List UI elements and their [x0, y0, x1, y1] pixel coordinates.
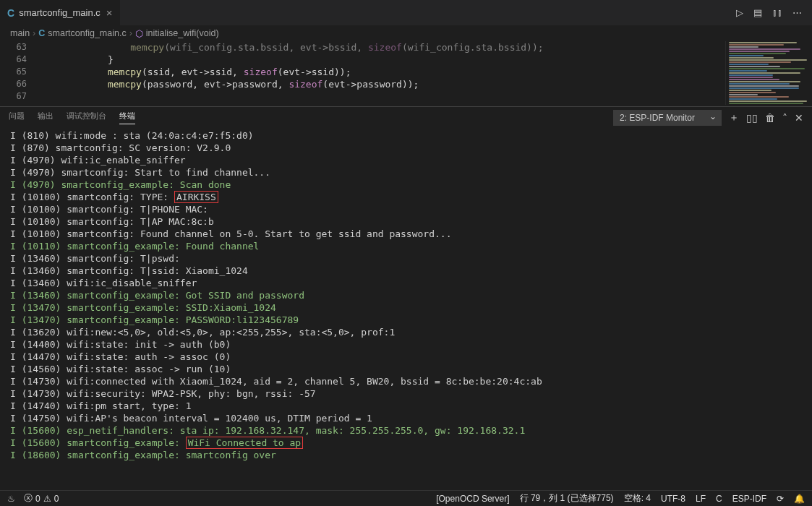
compare-icon[interactable]: ▤: [753, 7, 762, 18]
terminal-line: I (13460) wifi:ic_disable_sniffer: [10, 277, 802, 289]
panel-tab-1[interactable]: 输出: [38, 111, 54, 124]
esp-idf-status[interactable]: ESP-IDF: [732, 494, 766, 504]
highlighted-text: WiFi Connected to ap: [186, 437, 304, 449]
terminal-line: I (13620) wifi:new:<5,0>, old:<5,0>, ap:…: [10, 326, 802, 338]
error-count[interactable]: ⓧ 0 ⚠ 0: [24, 492, 59, 505]
panel-tab-3[interactable]: 终端: [119, 111, 135, 124]
highlighted-text: AIRKISS: [174, 191, 218, 203]
panel-tabs: 问题输出调试控制台终端: [9, 111, 135, 124]
editor-tab[interactable]: C smartconfig_main.c ×: [0, 0, 121, 25]
terminal-line: I (14400) wifi:state: init -> auth (b0): [10, 338, 802, 351]
terminal-line: I (4970) wifi:ic_enable_sniffer: [10, 154, 802, 166]
terminal-line: I (14560) wifi:state: assoc -> run (10): [10, 363, 802, 375]
terminal-line: I (13460) smartconfig: T|pswd:: [10, 252, 802, 265]
terminal-line: I (10110) smartconfig_example: Found cha…: [10, 240, 802, 252]
terminal-line: I (15600) esp_netif_handlers: sta ip: 19…: [10, 424, 802, 437]
terminal-line: I (10100) smartconfig: Found channel on …: [10, 228, 802, 240]
terminal-line: I (4970) smartconfig_example: Scan done: [10, 179, 802, 191]
openocd-status[interactable]: [OpenOCD Server]: [436, 494, 509, 504]
chevron-right-icon: ›: [33, 28, 35, 38]
new-terminal-icon[interactable]: ＋: [729, 111, 739, 124]
terminal-line: I (15600) smartconfig_example: WiFi Conn…: [10, 437, 802, 449]
language-status[interactable]: C: [716, 494, 722, 504]
breadcrumb-file[interactable]: smartconfig_main.c: [48, 28, 126, 38]
terminal-line: I (13470) smartconfig_example: SSID:Xiao…: [10, 301, 802, 314]
tab-bar: C smartconfig_main.c × ▷ ▤ ⫿⫿ ⋯: [0, 0, 812, 25]
terminal-line: I (14730) wifi:connected with Xiaomi_102…: [10, 375, 802, 387]
feedback-icon[interactable]: ⟳: [777, 494, 784, 504]
status-bar: ♨ ⓧ 0 ⚠ 0 [OpenOCD Server] 行 79，列 1 (已选择…: [0, 490, 812, 506]
warning-icon: ⚠: [43, 494, 51, 504]
line-gutter: 6364656667: [0, 41, 40, 106]
c-file-icon: C: [38, 28, 45, 38]
terminal-line: I (10100) smartconfig: T|AP MAC:8c:b: [10, 215, 802, 228]
chevron-right-icon: ›: [129, 28, 132, 38]
panel-tab-2[interactable]: 调试控制台: [67, 111, 106, 124]
terminal-line: I (870) smartconfig: SC version: V2.9.0: [10, 142, 802, 154]
panel-tab-0[interactable]: 问题: [9, 111, 25, 124]
terminal-line: I (10100) smartconfig: T|PHONE MAC:: [10, 203, 802, 215]
terminal-line: I (810) wifi:mode : sta (24:0a:c4:e7:f5:…: [10, 129, 802, 142]
remote-icon[interactable]: ♨: [7, 494, 15, 504]
terminal-line: I (18600) smartconfig_example: smartconf…: [10, 449, 802, 461]
terminal-line: I (13460) smartconfig_example: Got SSID …: [10, 289, 802, 301]
code-editor[interactable]: 6364656667 memcpy(wifi_config.sta.bssid,…: [0, 41, 812, 106]
tab-filename: smartconfig_main.c: [19, 7, 101, 18]
terminal-output[interactable]: I (810) wifi:mode : sta (24:0a:c4:e7:f5:…: [0, 128, 812, 487]
maximize-panel-icon[interactable]: ˄: [782, 112, 787, 124]
breadcrumb-root[interactable]: main: [10, 28, 30, 38]
panel-header: 问题输出调试控制台终端 2: ESP-IDF Monitor ＋ ▯▯ 🗑 ˄ …: [0, 106, 812, 128]
close-panel-icon[interactable]: ✕: [795, 112, 803, 124]
more-icon[interactable]: ⋯: [792, 7, 802, 18]
c-file-icon: C: [7, 7, 14, 19]
tab-close-icon[interactable]: ×: [105, 7, 114, 19]
terminal-select[interactable]: 2: ESP-IDF Monitor: [613, 110, 722, 126]
terminal-line: I (14730) wifi:security: WPA2-PSK, phy: …: [10, 387, 802, 400]
editor-actions: ▷ ▤ ⫿⫿ ⋯: [736, 7, 812, 18]
terminal-line: I (4970) smartconfig: Start to find chan…: [10, 166, 802, 179]
cursor-position[interactable]: 行 79，列 1 (已选择775): [520, 492, 614, 505]
code-content[interactable]: memcpy(wifi_config.sta.bssid, evt->bssid…: [40, 41, 812, 106]
terminal-line: I (13470) smartconfig_example: PASSWORD:…: [10, 314, 802, 326]
terminal-line: I (14750) wifi:AP's beacon interval = 10…: [10, 412, 802, 424]
error-icon: ⓧ: [24, 492, 33, 505]
breadcrumb: main › C smartconfig_main.c › ⬡ initiali…: [0, 25, 812, 41]
bell-icon[interactable]: 🔔: [794, 494, 805, 504]
breadcrumb-symbol[interactable]: initialise_wifi(void): [146, 28, 219, 38]
terminal-line: I (14470) wifi:state: auth -> assoc (0): [10, 351, 802, 363]
kill-terminal-icon[interactable]: 🗑: [765, 112, 775, 124]
split-terminal-icon[interactable]: ▯▯: [746, 112, 758, 124]
terminal-line: I (13460) smartconfig: T|ssid: Xiaomi_10…: [10, 265, 802, 277]
symbol-icon: ⬡: [135, 28, 143, 39]
terminal-line: I (10100) smartconfig: TYPE: AIRKISS: [10, 191, 802, 203]
minimap[interactable]: [725, 41, 812, 105]
split-editor-icon[interactable]: ⫿⫿: [772, 7, 782, 18]
run-icon[interactable]: ▷: [736, 7, 743, 18]
encoding-status[interactable]: UTF-8: [661, 494, 685, 504]
terminal-line: I (14740) wifi:pm start, type: 1: [10, 400, 802, 412]
indent-status[interactable]: 空格: 4: [624, 492, 651, 505]
eol-status[interactable]: LF: [696, 494, 706, 504]
